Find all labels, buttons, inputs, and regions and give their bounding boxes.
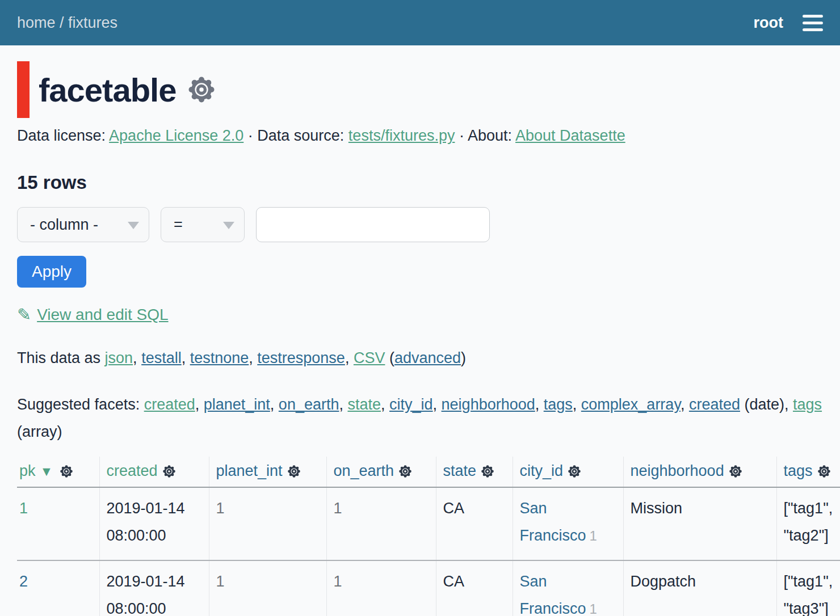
column-header-neighborhood: neighborhood xyxy=(623,457,776,487)
column-header-created-link[interactable]: created xyxy=(107,462,158,479)
filter-column-select[interactable]: - column - xyxy=(17,207,149,242)
license-label: Data license: xyxy=(17,127,109,144)
column-header-city-id-link[interactable]: city_id xyxy=(520,462,564,479)
export-link-csv[interactable]: CSV xyxy=(354,349,385,366)
export-link-testnone[interactable]: testnone xyxy=(190,349,249,366)
about-label: About: xyxy=(468,127,515,144)
cell-neighborhood: Dogpatch xyxy=(623,560,776,616)
column-header-pk-link[interactable]: pk xyxy=(19,462,36,479)
export-link-json[interactable]: json xyxy=(105,349,133,366)
facet-link-planet-int[interactable]: planet_int xyxy=(204,396,270,413)
cell-on-earth: 1 xyxy=(326,560,436,616)
navbar: home / fixtures root xyxy=(0,0,840,45)
facets-prefix: Suggested facets: xyxy=(17,396,144,413)
breadcrumb-separator: / xyxy=(56,14,69,31)
source-link[interactable]: tests/fixtures.py xyxy=(348,127,455,144)
column-cog-icon[interactable] xyxy=(568,465,581,478)
sql-link-row: ✎ View and edit SQL xyxy=(17,305,840,324)
facet-link-state[interactable]: state xyxy=(347,396,381,413)
separator: ( xyxy=(385,349,394,366)
separator: , xyxy=(345,349,354,366)
column-header-planet-int-link[interactable]: planet_int xyxy=(216,462,283,479)
pk-link[interactable]: 2 xyxy=(19,573,28,590)
title-accent-bar xyxy=(17,61,30,118)
city-link[interactable]: San Francisco xyxy=(520,573,586,616)
breadcrumb-db-link[interactable]: fixtures xyxy=(68,14,117,31)
facet-link-tags[interactable]: tags xyxy=(544,396,573,413)
column-header-neighborhood-link[interactable]: neighborhood xyxy=(631,462,724,479)
sort-desc-icon: ▼ xyxy=(40,464,53,479)
facet-link-on-earth[interactable]: on_earth xyxy=(279,396,339,413)
column-header-tags: tags xyxy=(776,457,840,487)
filter-operator-select[interactable]: = xyxy=(161,207,245,242)
license-link[interactable]: Apache License 2.0 xyxy=(109,127,243,144)
cell-created: 2019-01-14 08:00:00 xyxy=(99,487,209,560)
column-cog-icon[interactable] xyxy=(287,465,301,478)
column-select-wrap: - column - xyxy=(17,207,149,242)
apply-button[interactable]: Apply xyxy=(17,256,86,288)
cell-pk: 1 xyxy=(17,487,99,560)
separator: , xyxy=(339,396,347,413)
cell-city-id: San Francisco1 xyxy=(513,560,623,616)
column-cog-icon[interactable] xyxy=(162,465,176,478)
column-header-state: state xyxy=(436,457,513,487)
column-header-tags-link[interactable]: tags xyxy=(784,462,813,479)
table-header-row: pk▼ created planet_int on_earth state xyxy=(17,457,840,487)
separator: (date), xyxy=(740,396,793,413)
cell-tags: ["tag1", "tag3"] xyxy=(776,560,840,616)
cell-planet-int: 1 xyxy=(209,560,326,616)
facet-link-tags-array[interactable]: tags xyxy=(793,396,822,413)
separator: , xyxy=(249,349,257,366)
city-link[interactable]: San Francisco xyxy=(520,500,586,544)
column-header-city-id: city_id xyxy=(513,457,623,487)
separator: ) xyxy=(461,349,466,366)
filter-value-input[interactable] xyxy=(256,207,490,242)
column-header-on-earth-link[interactable]: on_earth xyxy=(334,462,394,479)
separator: , xyxy=(182,349,190,366)
city-id-value: 1 xyxy=(590,528,597,543)
column-header-on-earth: on_earth xyxy=(326,457,436,487)
separator: , xyxy=(381,396,389,413)
export-prefix: This data as xyxy=(17,349,105,366)
breadcrumb: home / fixtures xyxy=(17,14,117,32)
facet-link-created[interactable]: created xyxy=(144,396,195,413)
user-menu[interactable]: root xyxy=(754,14,783,32)
separator: , xyxy=(270,396,279,413)
cell-planet-int: 1 xyxy=(209,487,326,560)
separator: , xyxy=(133,349,141,366)
suggested-facets-line: Suggested facets: created, planet_int, o… xyxy=(17,391,823,445)
view-edit-sql-link[interactable]: View and edit SQL xyxy=(37,306,168,324)
column-header-state-link[interactable]: state xyxy=(443,462,477,479)
op-select-wrap: = xyxy=(161,207,245,242)
export-link-advanced[interactable]: advanced xyxy=(394,349,461,366)
facet-link-city-id[interactable]: city_id xyxy=(389,396,433,413)
export-link-testall[interactable]: testall xyxy=(141,349,182,366)
title-row: facetable xyxy=(17,61,840,118)
column-cog-icon[interactable] xyxy=(729,465,742,478)
metadata-line: Data license: Apache License 2.0 · Data … xyxy=(17,127,840,145)
separator: , xyxy=(195,396,204,413)
results-table: pk▼ created planet_int on_earth state xyxy=(17,457,840,616)
table-row: 2 2019-01-14 08:00:00 1 1 CA San Francis… xyxy=(17,560,840,616)
breadcrumb-home-link[interactable]: home xyxy=(17,14,56,31)
cell-pk: 2 xyxy=(17,560,99,616)
table-settings-gear-icon[interactable] xyxy=(187,75,216,104)
facet-link-complex-array[interactable]: complex_array xyxy=(581,396,681,413)
hamburger-menu-icon[interactable] xyxy=(803,12,823,33)
column-cog-icon[interactable] xyxy=(481,465,494,478)
separator: , xyxy=(573,396,581,413)
facet-link-created-date[interactable]: created xyxy=(689,396,740,413)
column-cog-icon[interactable] xyxy=(398,465,412,478)
pk-link[interactable]: 1 xyxy=(19,500,28,517)
separator: , xyxy=(681,396,689,413)
column-cog-icon[interactable] xyxy=(60,465,73,478)
facet-link-neighborhood[interactable]: neighborhood xyxy=(442,396,535,413)
column-cog-icon[interactable] xyxy=(817,465,831,478)
separator-dot: · xyxy=(243,127,257,144)
results-table-wrap: pk▼ created planet_int on_earth state xyxy=(17,457,840,616)
separator-dot: · xyxy=(455,127,468,144)
export-link-testresponse[interactable]: testresponse xyxy=(257,349,345,366)
about-link[interactable]: About Datasette xyxy=(515,127,625,144)
column-header-planet-int: planet_int xyxy=(209,457,326,487)
cell-state: CA xyxy=(436,560,513,616)
